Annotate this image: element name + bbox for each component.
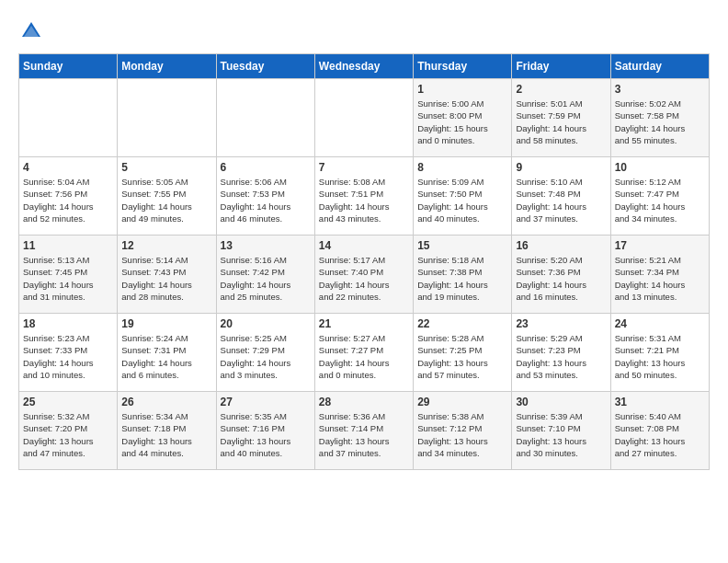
day-number: 1 <box>417 83 507 96</box>
calendar-cell: 13Sunrise: 5:16 AM Sunset: 7:42 PM Dayli… <box>216 236 314 314</box>
calendar-cell: 17Sunrise: 5:21 AM Sunset: 7:34 PM Dayli… <box>610 236 709 314</box>
calendar-cell: 23Sunrise: 5:29 AM Sunset: 7:23 PM Dayli… <box>512 314 610 392</box>
day-number: 30 <box>516 396 606 408</box>
day-info: Sunrise: 5:08 AM Sunset: 7:51 PM Dayligh… <box>319 176 409 224</box>
day-of-week-header: Wednesday <box>314 54 413 79</box>
day-info: Sunrise: 5:38 AM Sunset: 7:12 PM Dayligh… <box>417 410 507 459</box>
day-info: Sunrise: 5:35 AM Sunset: 7:16 PM Dayligh… <box>221 410 311 459</box>
day-number: 27 <box>221 396 311 408</box>
day-of-week-header: Thursday <box>414 54 512 79</box>
calendar-cell: 4Sunrise: 5:04 AM Sunset: 7:56 PM Daylig… <box>19 157 118 236</box>
page-header <box>18 18 710 44</box>
day-info: Sunrise: 5:28 AM Sunset: 7:25 PM Dayligh… <box>417 332 507 381</box>
day-number: 12 <box>121 239 211 252</box>
day-number: 15 <box>417 239 507 252</box>
calendar-cell: 6Sunrise: 5:06 AM Sunset: 7:53 PM Daylig… <box>216 157 314 236</box>
day-info: Sunrise: 5:36 AM Sunset: 7:14 PM Dayligh… <box>319 410 409 459</box>
calendar-week-row: 25Sunrise: 5:32 AM Sunset: 7:20 PM Dayli… <box>19 392 710 470</box>
day-info: Sunrise: 5:40 AM Sunset: 7:08 PM Dayligh… <box>615 410 705 459</box>
day-number: 10 <box>615 161 705 174</box>
calendar-cell: 27Sunrise: 5:35 AM Sunset: 7:16 PM Dayli… <box>216 392 314 470</box>
day-number: 21 <box>319 317 409 330</box>
calendar-cell: 30Sunrise: 5:39 AM Sunset: 7:10 PM Dayli… <box>512 392 610 470</box>
calendar-cell: 3Sunrise: 5:02 AM Sunset: 7:58 PM Daylig… <box>610 79 709 157</box>
calendar-cell: 28Sunrise: 5:36 AM Sunset: 7:14 PM Dayli… <box>314 392 413 470</box>
day-of-week-header: Monday <box>118 54 216 79</box>
calendar-week-row: 11Sunrise: 5:13 AM Sunset: 7:45 PM Dayli… <box>19 236 710 314</box>
calendar-cell: 8Sunrise: 5:09 AM Sunset: 7:50 PM Daylig… <box>414 157 512 236</box>
day-number: 22 <box>417 317 507 330</box>
calendar-week-row: 4Sunrise: 5:04 AM Sunset: 7:56 PM Daylig… <box>19 157 710 236</box>
calendar-cell: 18Sunrise: 5:23 AM Sunset: 7:33 PM Dayli… <box>19 314 118 392</box>
day-of-week-header: Tuesday <box>216 54 314 79</box>
header-row: SundayMondayTuesdayWednesdayThursdayFrid… <box>19 54 710 79</box>
day-info: Sunrise: 5:12 AM Sunset: 7:47 PM Dayligh… <box>615 176 705 224</box>
day-info: Sunrise: 5:24 AM Sunset: 7:31 PM Dayligh… <box>121 332 211 381</box>
calendar-cell: 1Sunrise: 5:00 AM Sunset: 8:00 PM Daylig… <box>414 79 512 157</box>
calendar-cell: 2Sunrise: 5:01 AM Sunset: 7:59 PM Daylig… <box>512 79 610 157</box>
day-number: 29 <box>417 396 507 408</box>
calendar-cell: 22Sunrise: 5:28 AM Sunset: 7:25 PM Dayli… <box>414 314 512 392</box>
day-of-week-header: Saturday <box>610 54 709 79</box>
day-info: Sunrise: 5:16 AM Sunset: 7:42 PM Dayligh… <box>221 254 311 303</box>
day-number: 20 <box>221 317 311 330</box>
day-number: 26 <box>121 396 211 408</box>
day-info: Sunrise: 5:02 AM Sunset: 7:58 PM Dayligh… <box>615 98 705 146</box>
calendar-table: SundayMondayTuesdayWednesdayThursdayFrid… <box>18 53 710 470</box>
day-info: Sunrise: 5:00 AM Sunset: 8:00 PM Dayligh… <box>417 98 507 146</box>
calendar-cell: 24Sunrise: 5:31 AM Sunset: 7:21 PM Dayli… <box>610 314 709 392</box>
calendar-cell <box>314 79 413 157</box>
day-info: Sunrise: 5:39 AM Sunset: 7:10 PM Dayligh… <box>516 410 606 459</box>
calendar-cell: 10Sunrise: 5:12 AM Sunset: 7:47 PM Dayli… <box>610 157 709 236</box>
day-number: 18 <box>23 317 113 330</box>
day-number: 16 <box>516 239 606 252</box>
calendar-cell: 26Sunrise: 5:34 AM Sunset: 7:18 PM Dayli… <box>118 392 216 470</box>
calendar-week-row: 1Sunrise: 5:00 AM Sunset: 8:00 PM Daylig… <box>19 79 710 157</box>
day-number: 11 <box>23 239 113 252</box>
day-number: 24 <box>615 317 705 330</box>
calendar-cell: 31Sunrise: 5:40 AM Sunset: 7:08 PM Dayli… <box>610 392 709 470</box>
day-of-week-header: Sunday <box>19 54 118 79</box>
calendar-cell: 11Sunrise: 5:13 AM Sunset: 7:45 PM Dayli… <box>19 236 118 314</box>
calendar-cell: 5Sunrise: 5:05 AM Sunset: 7:55 PM Daylig… <box>118 157 216 236</box>
calendar-cell: 14Sunrise: 5:17 AM Sunset: 7:40 PM Dayli… <box>314 236 413 314</box>
day-number: 3 <box>615 83 705 96</box>
calendar-cell: 25Sunrise: 5:32 AM Sunset: 7:20 PM Dayli… <box>19 392 118 470</box>
day-info: Sunrise: 5:32 AM Sunset: 7:20 PM Dayligh… <box>23 410 113 459</box>
day-of-week-header: Friday <box>512 54 610 79</box>
day-info: Sunrise: 5:27 AM Sunset: 7:27 PM Dayligh… <box>319 332 409 381</box>
day-info: Sunrise: 5:20 AM Sunset: 7:36 PM Dayligh… <box>516 254 606 303</box>
calendar-cell: 9Sunrise: 5:10 AM Sunset: 7:48 PM Daylig… <box>512 157 610 236</box>
day-info: Sunrise: 5:21 AM Sunset: 7:34 PM Dayligh… <box>615 254 705 303</box>
calendar-cell: 19Sunrise: 5:24 AM Sunset: 7:31 PM Dayli… <box>118 314 216 392</box>
calendar-cell: 7Sunrise: 5:08 AM Sunset: 7:51 PM Daylig… <box>314 157 413 236</box>
day-number: 19 <box>121 317 211 330</box>
day-number: 5 <box>121 161 211 174</box>
day-number: 4 <box>23 161 113 174</box>
calendar-cell <box>118 79 216 157</box>
day-info: Sunrise: 5:34 AM Sunset: 7:18 PM Dayligh… <box>121 410 211 459</box>
calendar-cell: 29Sunrise: 5:38 AM Sunset: 7:12 PM Dayli… <box>414 392 512 470</box>
day-number: 13 <box>221 239 311 252</box>
calendar-week-row: 18Sunrise: 5:23 AM Sunset: 7:33 PM Dayli… <box>19 314 710 392</box>
day-info: Sunrise: 5:13 AM Sunset: 7:45 PM Dayligh… <box>23 254 113 303</box>
day-info: Sunrise: 5:23 AM Sunset: 7:33 PM Dayligh… <box>23 332 113 381</box>
logo-icon <box>18 18 44 44</box>
calendar-cell: 12Sunrise: 5:14 AM Sunset: 7:43 PM Dayli… <box>118 236 216 314</box>
calendar-cell: 21Sunrise: 5:27 AM Sunset: 7:27 PM Dayli… <box>314 314 413 392</box>
day-number: 17 <box>615 239 705 252</box>
day-number: 9 <box>516 161 606 174</box>
day-info: Sunrise: 5:29 AM Sunset: 7:23 PM Dayligh… <box>516 332 606 381</box>
day-info: Sunrise: 5:09 AM Sunset: 7:50 PM Dayligh… <box>417 176 507 224</box>
calendar-cell: 20Sunrise: 5:25 AM Sunset: 7:29 PM Dayli… <box>216 314 314 392</box>
day-number: 6 <box>221 161 311 174</box>
day-info: Sunrise: 5:10 AM Sunset: 7:48 PM Dayligh… <box>516 176 606 224</box>
day-number: 28 <box>319 396 409 408</box>
day-info: Sunrise: 5:25 AM Sunset: 7:29 PM Dayligh… <box>221 332 311 381</box>
calendar-cell <box>216 79 314 157</box>
calendar-cell: 16Sunrise: 5:20 AM Sunset: 7:36 PM Dayli… <box>512 236 610 314</box>
day-info: Sunrise: 5:06 AM Sunset: 7:53 PM Dayligh… <box>221 176 311 224</box>
day-number: 25 <box>23 396 113 408</box>
day-info: Sunrise: 5:31 AM Sunset: 7:21 PM Dayligh… <box>615 332 705 381</box>
day-number: 23 <box>516 317 606 330</box>
